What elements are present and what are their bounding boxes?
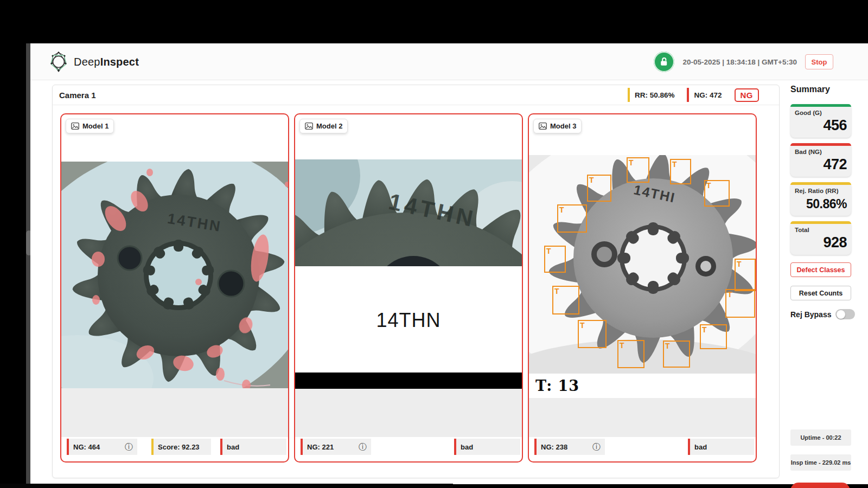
rejection-ratio-card: Rej. Ratio (RR) 50.86% (790, 182, 851, 216)
rej-bypass-label: Rej Bypass (790, 310, 831, 319)
svg-text:T: T (554, 287, 559, 296)
result-stat-chip: bad (688, 439, 754, 455)
sprocket-photo-overlay: 14THN (61, 162, 288, 388)
model-label: Model 3 (550, 122, 576, 130)
ocr-result-text: 14THN (376, 309, 441, 332)
image-icon (71, 123, 79, 130)
summary-sidebar: Summary Good (G) 456 Bad (NG) 472 Rej. R… (790, 85, 851, 319)
toggle-knob (837, 310, 845, 319)
deepinspect-logo-icon (48, 51, 69, 73)
info-icon[interactable] (125, 442, 133, 452)
unlocked-padlock-icon (659, 57, 669, 67)
bad-count-card: Bad (NG) 472 (790, 143, 851, 177)
model-1-panel: Model 1 (60, 113, 289, 463)
total-count-card: Total 928 (790, 221, 851, 255)
model-1-image: 14THN (61, 162, 288, 388)
svg-text:T: T (706, 181, 711, 190)
image-icon (305, 123, 313, 130)
datetime-text: 20-05-2025 | 18:34:18 | GMT+5:30 (682, 58, 797, 66)
info-icon[interactable] (359, 442, 367, 452)
svg-text:T: T (737, 260, 742, 268)
panel-footer-strip (529, 398, 756, 437)
camera-panel: Camera 1 RR: 50.86% NG: 472 NG (52, 85, 780, 478)
camera-header: Camera 1 RR: 50.86% NG: 472 NG (53, 85, 779, 105)
svg-text:T: T (546, 247, 551, 255)
camera-status-badge: NG (735, 88, 760, 102)
app-window: DeepInspect 20-05-2025 | 18:34:18 | GMT+… (30, 43, 868, 484)
summary-title: Summary (790, 85, 851, 94)
defect-classes-button[interactable]: Defect Classes (790, 262, 851, 277)
model-3-chip: Model 3 (533, 119, 582, 133)
brand-name: DeepInspect (74, 56, 139, 68)
sprocket-detection-photo: 14THI (529, 155, 756, 375)
sprocket-closeup-photo: 14THN (295, 159, 522, 266)
result-stat-chip: bad (454, 439, 520, 455)
image-icon (539, 123, 547, 130)
overall-status-badge: NG (790, 483, 850, 488)
good-count-card: Good (G) 456 (790, 104, 851, 138)
stage: DeepInspect 20-05-2025 | 18:34:18 | GMT+… (0, 0, 868, 488)
stop-button[interactable]: Stop (805, 54, 833, 69)
svg-text:T: T (702, 325, 707, 334)
camera-title: Camera 1 (59, 91, 96, 100)
reset-counts-button[interactable]: Reset Counts (790, 286, 851, 300)
svg-text:T: T (727, 290, 732, 299)
model-1-chip: Model 1 (66, 119, 114, 133)
bottom-strip (0, 484, 453, 488)
model-3-stats: NG: 238 bad (529, 439, 756, 456)
ng-stat-chip: NG: 221 (301, 439, 371, 455)
svg-text:T: T (629, 158, 634, 167)
model-2-image: 14THN (295, 159, 522, 266)
model-2-stats: NG: 221 bad (295, 439, 522, 456)
brand: DeepInspect (48, 51, 139, 73)
svg-text:T: T (672, 160, 677, 169)
model-label: Model 2 (316, 122, 342, 130)
model-1-stats: NG: 464 Score: 92.23 bad (61, 439, 288, 456)
info-icon[interactable] (592, 442, 601, 452)
model-2-panel: Model 2 (294, 113, 523, 463)
svg-text:T: T (559, 206, 564, 214)
rej-bypass-row: Rej Bypass (790, 309, 851, 319)
rej-bypass-toggle[interactable] (835, 309, 855, 319)
top-bar: DeepInspect 20-05-2025 | 18:34:18 | GMT+… (30, 43, 868, 80)
score-stat-chip: Score: 92.23 (151, 439, 211, 455)
ocr-result-area: 14THN (295, 268, 522, 373)
model-label: Model 1 (82, 122, 108, 130)
panel-footer-strip (61, 388, 288, 437)
insp-time-chip: Insp time - 229.02 ms (790, 454, 851, 471)
svg-text:T: T (589, 176, 594, 184)
svg-text:T: T (620, 341, 624, 350)
tooth-count-area: T: 13 (529, 374, 756, 398)
result-stat-chip: bad (220, 439, 286, 455)
ng-stat-chip: NG: 464 (67, 439, 137, 455)
rejection-ratio-chip: RR: 50.86% (628, 88, 680, 102)
model-3-image: 14THI (529, 155, 756, 375)
uptime-chip: Uptime - 00:22 (790, 429, 851, 446)
ng-count-chip: NG: 472 (687, 88, 726, 102)
svg-text:T: T (665, 342, 670, 350)
model-2-chip: Model 2 (299, 119, 348, 133)
separator-bar (295, 373, 522, 389)
tooth-count-text: T: 13 (529, 377, 579, 394)
model-3-panel: Model 3 (528, 113, 757, 463)
panel-footer-strip (295, 389, 522, 437)
ng-stat-chip: NG: 238 (534, 439, 605, 455)
svg-text:T: T (580, 321, 585, 330)
unlock-status-button[interactable] (654, 52, 674, 72)
